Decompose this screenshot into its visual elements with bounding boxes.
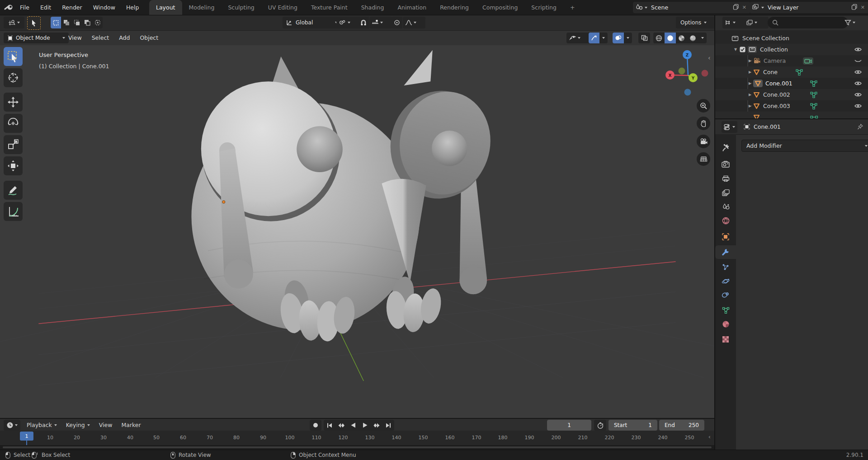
outliner-row-collection[interactable]: ▼ Collection: [715, 44, 868, 55]
disclosure-closed-icon[interactable]: ▶: [747, 93, 753, 97]
properties-editor-selector[interactable]: [722, 121, 737, 133]
workspace-tab-texture-paint[interactable]: Texture Paint: [304, 0, 354, 15]
outliner-filter-dropdown[interactable]: [844, 17, 855, 28]
show-gizmo-toggle[interactable]: [589, 33, 599, 43]
workspace-tab-uv-editing[interactable]: UV Editing: [261, 0, 304, 15]
pin-icon[interactable]: [857, 123, 863, 130]
tab-tool[interactable]: [715, 141, 736, 154]
outliner-row-scene-collection[interactable]: Scene Collection: [715, 33, 868, 44]
disclosure-open-icon[interactable]: ▼: [732, 47, 739, 52]
workspace-tab-sculpting[interactable]: Sculpting: [221, 0, 261, 15]
select-mode-invert[interactable]: [82, 17, 92, 28]
menu-help[interactable]: Help: [121, 0, 145, 15]
end-frame-field[interactable]: End 250: [659, 420, 704, 431]
tab-texture[interactable]: [715, 333, 736, 346]
workspace-tab-compositing[interactable]: Compositing: [476, 0, 524, 15]
record-button[interactable]: [310, 420, 321, 431]
outliner-row-cone-002[interactable]: ▶ Cone.002: [715, 89, 868, 100]
tab-output[interactable]: [715, 172, 736, 185]
playhead[interactable]: 1: [20, 432, 33, 441]
disclosure-closed-icon[interactable]: ▶: [747, 104, 753, 108]
timeline-menu-view[interactable]: View: [94, 419, 117, 432]
play-button[interactable]: [359, 420, 371, 431]
add-workspace-button[interactable]: +: [563, 0, 581, 15]
tool-rotate[interactable]: [4, 114, 23, 133]
tab-world[interactable]: [715, 214, 736, 227]
menu-file[interactable]: File: [14, 0, 35, 15]
timeline-scrollbar[interactable]: [0, 445, 714, 450]
checkbox-checked-icon[interactable]: [740, 47, 745, 52]
shading-dropdown[interactable]: [698, 33, 707, 43]
viewport-menu-add[interactable]: Add: [114, 31, 135, 45]
shading-material-button[interactable]: [676, 33, 687, 43]
select-mode-extend[interactable]: [61, 17, 71, 28]
timeline-expand-chevron[interactable]: ‹: [708, 433, 711, 440]
tab-constraints[interactable]: [715, 288, 736, 302]
workspace-tab-scripting[interactable]: Scripting: [524, 0, 563, 15]
outliner-row-cone-001[interactable]: ▶ Cone.001: [715, 78, 868, 89]
mode-dropdown[interactable]: Object Mode: [4, 33, 69, 43]
orthographic-toggle-button[interactable]: [697, 152, 710, 166]
tool-transform[interactable]: [4, 156, 23, 175]
viewport-3d[interactable]: User Perspective (1) Collection | Cone.0…: [0, 45, 714, 418]
visibility-eye-icon[interactable]: [854, 92, 862, 97]
visibility-eye-icon[interactable]: [854, 70, 862, 75]
tool-scale[interactable]: [4, 135, 23, 154]
menu-window[interactable]: Window: [88, 0, 121, 15]
tab-particles[interactable]: [715, 260, 736, 274]
proportional-falloff-dropdown[interactable]: [403, 17, 425, 28]
visibility-eye-icon[interactable]: [854, 81, 862, 86]
active-tool-button[interactable]: [27, 16, 41, 30]
blender-logo-icon[interactable]: [4, 4, 14, 13]
start-frame-field[interactable]: Start 1: [609, 420, 657, 431]
previous-keyframe-button[interactable]: [335, 420, 347, 431]
viewport-menu-select[interactable]: Select: [87, 31, 114, 45]
snap-toggle[interactable]: [358, 17, 369, 28]
visibility-closed-eye-icon[interactable]: [854, 59, 862, 63]
scene-selector[interactable]: Scene ✕: [633, 2, 750, 13]
object-visibility-dropdown[interactable]: [566, 33, 591, 43]
overlays-dropdown[interactable]: [624, 33, 632, 43]
zoom-view-button[interactable]: [697, 99, 710, 113]
disclosure-closed-icon[interactable]: ▶: [747, 59, 753, 63]
outliner-display-mode[interactable]: [744, 17, 769, 28]
timeline-menu-marker[interactable]: Marker: [117, 419, 145, 432]
current-frame-field[interactable]: 1: [547, 420, 591, 431]
timeline-editor-selector[interactable]: [4, 420, 20, 431]
camera-view-button[interactable]: [697, 135, 710, 148]
workspace-tab-rendering[interactable]: Rendering: [433, 0, 476, 15]
timeline-menu-keying[interactable]: Keying: [61, 419, 94, 432]
axis-neg-x-ball[interactable]: [702, 70, 708, 77]
visibility-eye-icon[interactable]: [854, 47, 862, 52]
use-preview-range-button[interactable]: [594, 420, 606, 431]
axis-neg-z-ball[interactable]: [684, 89, 691, 96]
close-icon[interactable]: ✕: [741, 5, 748, 10]
pivot-point-dropdown[interactable]: [336, 17, 361, 28]
visibility-eye-icon[interactable]: [854, 103, 862, 108]
view-layer-selector[interactable]: View Layer ✕: [750, 2, 868, 13]
outliner-row-cone-003[interactable]: ▶ Cone.003: [715, 100, 868, 112]
editor-type-selector[interactable]: [4, 17, 24, 28]
tab-view-layer[interactable]: [715, 186, 736, 199]
outliner-row-cone[interactable]: ▶ Cone: [715, 66, 868, 78]
tab-scene[interactable]: [715, 200, 736, 213]
outliner-row-clipped[interactable]: [715, 112, 868, 118]
workspace-tab-modeling[interactable]: Modeling: [182, 0, 222, 15]
outliner-row-camera[interactable]: ▶ Camera: [715, 55, 868, 66]
divider-vertical[interactable]: [714, 15, 715, 450]
select-mode-set[interactable]: [51, 17, 61, 28]
select-mode-intersect[interactable]: [92, 17, 103, 28]
timeline-ruler[interactable]: 10 20 30 40 50 60 70 80 90 100 110 120 1…: [0, 431, 714, 445]
navigation-gizmo[interactable]: Z X Y: [656, 45, 714, 103]
jump-to-end-button[interactable]: [382, 420, 394, 431]
shading-solid-button[interactable]: [665, 33, 676, 43]
proportional-editing-toggle[interactable]: [392, 17, 402, 28]
shading-rendered-button[interactable]: [687, 33, 698, 43]
menu-edit[interactable]: Edit: [35, 0, 57, 15]
select-mode-subtract[interactable]: [71, 17, 82, 28]
disclosure-closed-icon[interactable]: ▶: [747, 70, 753, 74]
tab-modifiers[interactable]: [715, 245, 736, 259]
sidebar-expand-chevron[interactable]: ‹: [708, 54, 711, 61]
tab-physics[interactable]: [715, 274, 736, 288]
tab-object-data[interactable]: [715, 303, 736, 317]
